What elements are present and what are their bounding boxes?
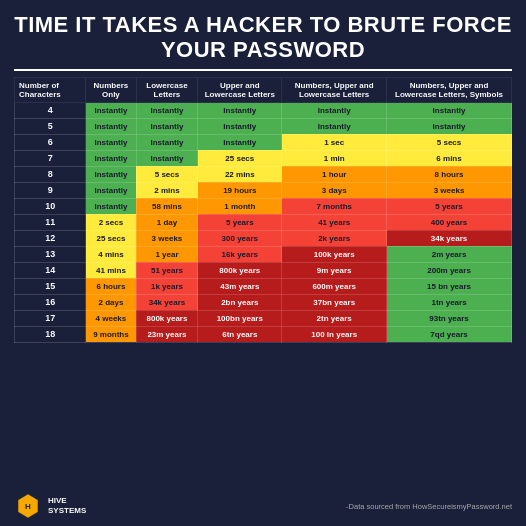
time-cell: 3 weeks	[387, 182, 512, 198]
table-wrapper: Number of Characters Numbers Only Lowerc…	[14, 77, 512, 488]
time-cell: 5 years	[198, 214, 282, 230]
char-count-cell: 4	[15, 102, 86, 118]
time-cell: 2bn years	[198, 294, 282, 310]
char-count-cell: 12	[15, 230, 86, 246]
time-cell: Instantly	[86, 166, 136, 182]
time-cell: 16k years	[198, 246, 282, 262]
time-cell: 2 days	[86, 294, 136, 310]
time-cell: 2tn years	[282, 310, 387, 326]
char-count-cell: 6	[15, 134, 86, 150]
char-count-cell: 13	[15, 246, 86, 262]
time-cell: Instantly	[136, 102, 198, 118]
time-cell: Instantly	[282, 118, 387, 134]
char-count-cell: 9	[15, 182, 86, 198]
time-cell: 6 mins	[387, 150, 512, 166]
time-cell: 1 min	[282, 150, 387, 166]
password-table: Number of Characters Numbers Only Lowerc…	[14, 77, 512, 343]
time-cell: 6tn years	[198, 326, 282, 342]
time-cell: 7 months	[282, 198, 387, 214]
main-container: TIME IT TAKES A HACKER TO BRUTE FORCE YO…	[0, 0, 526, 526]
time-cell: 300 years	[198, 230, 282, 246]
title-divider	[14, 69, 512, 71]
time-cell: Instantly	[387, 102, 512, 118]
time-cell: 800k years	[136, 310, 198, 326]
table-row: 1225 secs3 weeks300 years2k years34k yea…	[15, 230, 512, 246]
time-cell: Instantly	[86, 102, 136, 118]
time-cell: 800k years	[198, 262, 282, 278]
time-cell: 41 years	[282, 214, 387, 230]
time-cell: 23m years	[136, 326, 198, 342]
time-cell: 15 bn years	[387, 278, 512, 294]
time-cell: 1tn years	[387, 294, 512, 310]
time-cell: 1 day	[136, 214, 198, 230]
time-cell: 1k years	[136, 278, 198, 294]
time-cell: 3 weeks	[136, 230, 198, 246]
char-count-cell: 5	[15, 118, 86, 134]
char-count-cell: 15	[15, 278, 86, 294]
char-count-cell: 17	[15, 310, 86, 326]
time-cell: Instantly	[198, 118, 282, 134]
time-cell: 2k years	[282, 230, 387, 246]
time-cell: 100k years	[282, 246, 387, 262]
table-row: 189 months23m years6tn years100 In years…	[15, 326, 512, 342]
char-count-cell: 16	[15, 294, 86, 310]
time-cell: 2 mins	[136, 182, 198, 198]
time-cell: 400 years	[387, 214, 512, 230]
time-cell: 43m years	[198, 278, 282, 294]
col-header-numbers: Numbers Only	[86, 77, 136, 102]
char-count-cell: 8	[15, 166, 86, 182]
time-cell: 9m years	[282, 262, 387, 278]
table-row: 4InstantlyInstantlyInstantlyInstantlyIns…	[15, 102, 512, 118]
table-row: 1441 mins51 years800k years9m years200m …	[15, 262, 512, 278]
time-cell: Instantly	[136, 134, 198, 150]
time-cell: 1 year	[136, 246, 198, 262]
time-cell: 9 months	[86, 326, 136, 342]
time-cell: 4 weeks	[86, 310, 136, 326]
time-cell: 8 hours	[387, 166, 512, 182]
time-cell: 19 hours	[198, 182, 282, 198]
logo: H HIVE SYSTEMS	[14, 492, 86, 520]
time-cell: Instantly	[136, 118, 198, 134]
table-row: 7InstantlyInstantly25 secs1 min6 mins	[15, 150, 512, 166]
time-cell: 100bn years	[198, 310, 282, 326]
time-cell: 1 sec	[282, 134, 387, 150]
table-row: 8Instantly5 secs22 mins1 hour8 hours	[15, 166, 512, 182]
table-row: 162 days34k years2bn years37bn years1tn …	[15, 294, 512, 310]
time-cell: Instantly	[86, 198, 136, 214]
time-cell: Instantly	[86, 118, 136, 134]
page-title: TIME IT TAKES A HACKER TO BRUTE FORCE YO…	[14, 12, 512, 63]
time-cell: 25 secs	[86, 230, 136, 246]
time-cell: 5 secs	[387, 134, 512, 150]
table-row: 6InstantlyInstantlyInstantly1 sec5 secs	[15, 134, 512, 150]
table-row: 10Instantly58 mins1 month7 months5 years	[15, 198, 512, 214]
time-cell: 1 hour	[282, 166, 387, 182]
time-cell: 6 hours	[86, 278, 136, 294]
svg-text:H: H	[25, 502, 31, 511]
time-cell: 37bn years	[282, 294, 387, 310]
table-row: 9Instantly2 mins19 hours3 days3 weeks	[15, 182, 512, 198]
time-cell: Instantly	[136, 150, 198, 166]
char-count-cell: 7	[15, 150, 86, 166]
table-row: 5InstantlyInstantlyInstantlyInstantlyIns…	[15, 118, 512, 134]
time-cell: 1 month	[198, 198, 282, 214]
time-cell: Instantly	[86, 134, 136, 150]
time-cell: 5 secs	[136, 166, 198, 182]
time-cell: 7qd years	[387, 326, 512, 342]
col-header-chars: Number of Characters	[15, 77, 86, 102]
time-cell: 58 mins	[136, 198, 198, 214]
time-cell: 22 mins	[198, 166, 282, 182]
col-header-full: Numbers, Upper and Lowercase Letters, Sy…	[387, 77, 512, 102]
time-cell: Instantly	[86, 150, 136, 166]
time-cell: 93tn years	[387, 310, 512, 326]
time-cell: Instantly	[86, 182, 136, 198]
col-header-lowercase: Lowercase Letters	[136, 77, 198, 102]
time-cell: Instantly	[282, 102, 387, 118]
time-cell: 2m years	[387, 246, 512, 262]
time-cell: Instantly	[198, 102, 282, 118]
table-row: 156 hours1k years43m years600m years15 b…	[15, 278, 512, 294]
time-cell: 100 In years	[282, 326, 387, 342]
footer: H HIVE SYSTEMS -Data sourced from HowSec…	[14, 488, 512, 520]
time-cell: 51 years	[136, 262, 198, 278]
time-cell: Instantly	[387, 118, 512, 134]
table-row: 174 weeks800k years100bn years2tn years9…	[15, 310, 512, 326]
